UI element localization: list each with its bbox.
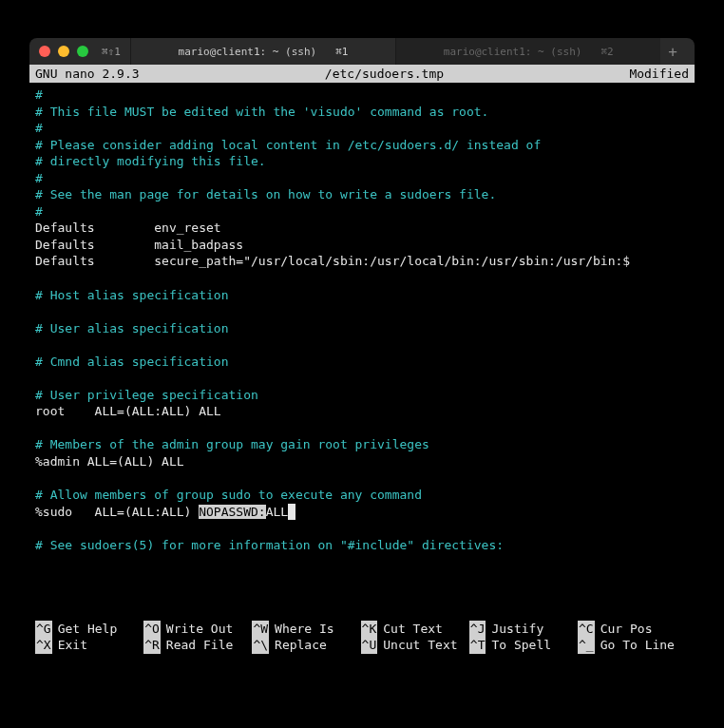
new-tab-button[interactable]: + [660,43,685,61]
tab-shortcut: ⌘2 [600,46,613,58]
nano-shortcuts: ^GGet Help^OWrite Out^WWhere Is^KCut Tex… [35,621,689,654]
shortcut-key: ^O [143,621,161,638]
shortcut-label: Uncut Text [383,637,457,654]
minimize-icon[interactable] [58,46,69,57]
highlighted-text: NOPASSWD: [199,505,265,519]
editor-name: GNU nano 2.9.3 [35,67,140,81]
terminal-body[interactable]: GNU nano 2.9.3 /etc/sudoers.tmp Modified… [29,65,695,673]
traffic-lights [39,46,88,57]
editor-line: # Host alias specification [35,287,689,304]
editor-line: # User privilege specification [35,387,689,404]
tab-shortcut: ⌘1 [335,46,348,58]
shortcut-item: ^\Replace [252,637,360,654]
file-path: /etc/sudoers.tmp [140,67,630,81]
shortcut-item: ^XExit [35,637,143,654]
shortcut-label: Write Out [166,621,233,638]
editor-line: # See the man page for details on how to… [35,186,689,203]
editor-line [35,303,689,320]
tab-title: mario@client1: ~ (ssh) [179,46,317,58]
window-shortcut: ⌘⇧1 [102,46,121,58]
editor-line: # Members of the admin group may gain ro… [35,436,689,453]
editor-line [35,370,689,387]
tab-title: mario@client1: ~ (ssh) [444,46,582,58]
shortcut-key: ^R [143,637,161,654]
shortcut-key: ^K [361,621,378,638]
editor-line: # User alias specification [35,320,689,337]
shortcut-item: ^_Go To Line [578,637,686,654]
editor-line [35,270,689,287]
shortcut-item: ^RRead File [143,637,252,654]
shortcut-key: ^C [578,621,595,638]
editor-line: # [35,86,689,104]
shortcut-label: Cut Text [383,621,443,638]
shortcut-key: ^G [35,621,52,638]
editor-line [35,520,689,537]
tab-2[interactable]: mario@client1: ~ (ssh) ⌘2 [395,38,660,65]
shortcut-label: Get Help [58,621,118,638]
shortcut-item: ^WWhere Is [252,621,360,638]
editor-line: %admin ALL=(ALL) ALL [35,453,689,470]
editor-line: # directly modifying this file. [35,153,689,170]
shortcut-label: Justify [491,621,543,638]
editor-line [35,336,689,354]
shortcut-key: ^T [469,637,486,654]
editor-line: # Please consider adding local content i… [35,137,689,154]
shortcut-key: ^\ [252,637,269,654]
shortcut-item: ^OWrite Out [143,621,252,638]
editor-line: Defaults env_reset [35,220,689,237]
shortcut-key: ^W [252,621,269,638]
shortcut-item: ^JJustify [469,621,578,638]
tab-1[interactable]: mario@client1: ~ (ssh) ⌘1 [130,38,395,65]
shortcut-item: ^GGet Help [35,621,143,638]
close-icon[interactable] [39,46,50,57]
terminal-window: ⌘⇧1 mario@client1: ~ (ssh) ⌘1 mario@clie… [29,38,695,673]
shortcut-key: ^U [361,637,378,654]
editor-line: # See sudoers(5) for more information on… [35,537,689,554]
tabs: mario@client1: ~ (ssh) ⌘1 mario@client1:… [130,38,660,65]
editor-line [35,420,689,437]
shortcut-item: ^TTo Spell [469,637,578,654]
zoom-icon[interactable] [77,46,88,57]
editor-line: # This file MUST be edited with the 'vis… [35,104,689,121]
shortcuts-row-1: ^GGet Help^OWrite Out^WWhere Is^KCut Tex… [35,621,689,638]
editor-content[interactable]: ## This file MUST be edited with the 'vi… [29,83,695,553]
shortcut-label: Go To Line [600,637,675,654]
nano-statusbar: GNU nano 2.9.3 /etc/sudoers.tmp Modified [29,65,695,83]
editor-line: # Cmnd alias specification [35,354,689,371]
shortcut-item: ^UUncut Text [361,637,469,654]
editor-line [35,470,689,488]
editor-line: Defaults mail_badpass [35,237,689,254]
shortcut-label: Exit [58,637,87,654]
shortcut-item: ^KCut Text [361,621,469,638]
shortcut-label: Where Is [275,621,334,638]
shortcut-label: Replace [275,637,327,654]
cursor [288,504,295,521]
editor-line: # [35,170,689,187]
editor-line: Defaults secure_path="/usr/local/sbin:/u… [35,253,689,270]
editor-line: # [35,203,689,220]
editor-line-active: %sudo ALL=(ALL:ALL) NOPASSWD:ALL [35,504,689,521]
titlebar: ⌘⇧1 mario@client1: ~ (ssh) ⌘1 mario@clie… [29,38,695,65]
shortcuts-row-2: ^XExit^RRead File^\Replace^UUncut Text^T… [35,637,689,654]
editor-line: # [35,120,689,137]
modified-flag: Modified [629,67,689,81]
shortcut-key: ^X [35,637,52,654]
shortcut-item: ^CCur Pos [578,621,686,638]
editor-line: root ALL=(ALL:ALL) ALL [35,403,689,420]
shortcut-label: Read File [166,637,233,654]
editor-line: # Allow members of group sudo to execute… [35,487,689,504]
shortcut-label: To Spell [491,637,551,654]
shortcut-key: ^_ [578,637,595,654]
shortcut-key: ^J [469,621,486,638]
shortcut-label: Cur Pos [600,621,653,638]
